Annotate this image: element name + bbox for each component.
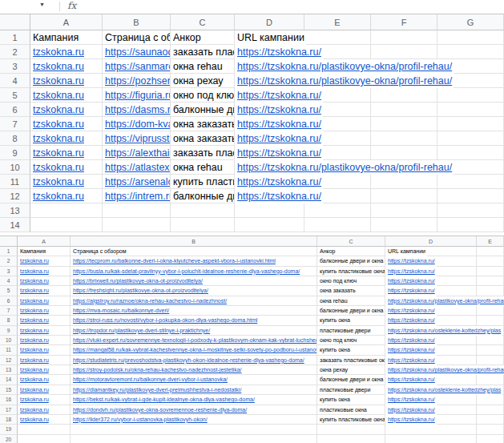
top-cell-A8[interactable]: tzskokna.ru xyxy=(30,131,103,146)
top-cell-B3[interactable]: https://sanmarco xyxy=(103,59,171,74)
top-cell-D9[interactable]: https://tzskokna.ru/ xyxy=(235,146,304,160)
bottom-cell-text-A8[interactable]: tzskokna.ru xyxy=(18,316,49,325)
bottom-cell-text-A17[interactable]: tzskokna.ru xyxy=(18,405,49,415)
bottom-cell-B15[interactable]: https://diamantkey.ru/plastikovye-dveri-… xyxy=(71,385,317,395)
top-cell-C7[interactable]: окна заказать xyxy=(171,117,235,131)
top-cell-C9[interactable]: заказать пластиковые окна xyxy=(171,146,235,160)
top-cell-text-D9[interactable]: https://tzskokna.ru/ xyxy=(235,146,323,160)
bottom-cell-C1[interactable]: Анкор xyxy=(317,247,385,256)
bottom-cell-B8[interactable]: https://stroi-russ.ru/novosti/vybor-i-po… xyxy=(71,316,317,325)
bottom-cell-A12[interactable]: tzskokna.ru xyxy=(18,356,71,365)
bottom-cell-B10[interactable]: https://vluki-expert.ru/sovremennye-texn… xyxy=(71,336,317,345)
bottom-cell-text-D6[interactable]: https://tzskokna.ru/plastikovye-okna/pro… xyxy=(385,296,504,306)
bottom-cell-A3[interactable]: tzskokna.ru xyxy=(18,267,71,276)
top-cell-text-B11[interactable]: https://arsenalcli xyxy=(103,175,171,189)
top-cell-B7[interactable]: https://dom-kvar xyxy=(103,117,171,131)
top-cell-A5[interactable]: tzskokna.ru xyxy=(30,88,103,103)
bottom-cell-B2[interactable]: https://tecprom.ru/balkonne-dveri-i-okna… xyxy=(71,256,317,266)
bottom-cell-C17[interactable]: пластиковые окна xyxy=(317,405,385,415)
top-cell-B9[interactable]: https://alexthaibo xyxy=(103,146,171,160)
top-cell-text-D8[interactable]: https://tzskokna.ru/ xyxy=(235,131,323,146)
bottom-cell-E8[interactable] xyxy=(477,316,504,325)
bottom-cell-text-B18[interactable]: https://lider372.ru/vybor-i-ustanovka-pl… xyxy=(71,415,208,425)
top-cell-E1[interactable] xyxy=(304,30,371,45)
top-cell-text-A7[interactable]: tzskokna.ru xyxy=(30,117,84,131)
bottom-cell-A10[interactable]: tzskokna.ru xyxy=(18,336,71,345)
bottom-cell-text-B17[interactable]: https://dondvh.ru/plastikovye-okna-sovre… xyxy=(71,405,247,415)
top-cell-text-D5[interactable]: https://tzskokna.ru/ xyxy=(235,88,323,103)
bottom-cell-text-A10[interactable]: tzskokna.ru xyxy=(18,336,49,345)
bottom-cell-B19[interactable] xyxy=(71,425,317,434)
bottom-row-header-1[interactable]: 1 xyxy=(0,247,18,256)
top-cell-A10[interactable]: tzskokna.ru xyxy=(30,160,103,175)
bottom-column-header-A[interactable]: A xyxy=(18,236,71,247)
top-cell-text-D2[interactable]: https://tzskokna.ru/ xyxy=(235,45,323,59)
top-row-header-8[interactable]: 8 xyxy=(0,131,30,146)
bottom-cell-B3[interactable]: https://busla.ru/kak-sdelat-pravilnyy-vy… xyxy=(71,267,317,276)
bottom-cell-A7[interactable]: tzskokna.ru xyxy=(18,306,71,316)
bottom-cell-E18[interactable] xyxy=(477,415,504,425)
bottom-cell-B16[interactable]: https://bekst.ru/kak-vybrat-i-gde-kupit-… xyxy=(71,395,317,405)
top-cell-C11[interactable]: купить пластиковые окна xyxy=(171,175,235,189)
top-row-header-10[interactable]: 10 xyxy=(0,160,30,175)
top-cell-B1[interactable]: Страница с обзором xyxy=(103,30,171,45)
bottom-cell-text-A13[interactable]: tzskokna.ru xyxy=(18,365,49,375)
bottom-row-header-8[interactable]: 8 xyxy=(0,316,18,325)
top-cell-C3[interactable]: окна rehau xyxy=(171,59,235,74)
top-cell-D14[interactable] xyxy=(235,218,304,232)
top-cell-F1[interactable] xyxy=(371,30,437,45)
bottom-cell-A2[interactable]: tzskokna.ru xyxy=(18,256,71,266)
bottom-cell-A19[interactable] xyxy=(18,425,71,434)
bottom-cell-E5[interactable] xyxy=(477,286,504,296)
bottom-cell-text-D17[interactable]: https://tzskokna.ru/ xyxy=(385,405,437,415)
top-cell-text-D7[interactable]: https://tzskokna.ru/ xyxy=(235,117,323,131)
bottom-cell-text-D8[interactable]: https://tzskokna.ru/ xyxy=(385,316,437,325)
top-cell-D5[interactable]: https://tzskokna.ru/ xyxy=(235,88,304,103)
bottom-cell-text-A9[interactable]: tzskokna.ru xyxy=(18,326,49,336)
bottom-cell-D8[interactable]: https://tzskokna.ru/ xyxy=(385,316,477,325)
top-cell-C10[interactable]: окна rehau xyxy=(171,160,235,175)
bottom-column-header-E[interactable]: E xyxy=(477,236,504,247)
bottom-cell-C5[interactable]: окна заказать xyxy=(317,286,385,296)
bottom-cell-C9[interactable]: пластиковые двери xyxy=(317,326,385,336)
bottom-cell-text-B14[interactable]: https://motoravtoremont.ru/balkonnye-dve… xyxy=(71,375,228,385)
bottom-row-header-4[interactable]: 4 xyxy=(0,276,18,286)
bottom-cell-D14[interactable]: https://tzskokna.ru/ xyxy=(385,375,477,385)
top-cell-text-A3[interactable]: tzskokna.ru xyxy=(30,59,84,74)
top-cell-D6[interactable]: https://tzskokna.ru/ xyxy=(235,103,304,117)
bottom-cell-B7[interactable]: https://mva-mosaic.ru/balkonnye-dveri/ xyxy=(71,306,317,316)
bottom-cell-C4[interactable]: окно под ключ xyxy=(317,276,385,286)
top-cell-C5[interactable]: окно под ключ xyxy=(171,88,235,103)
top-cell-F2[interactable] xyxy=(371,45,437,59)
bottom-cell-B11[interactable]: https://mangal58.ru/kak-vybrat-kachestve… xyxy=(71,345,317,355)
top-cell-C2[interactable]: заказать пластиковые окна xyxy=(171,45,235,59)
top-cell-A11[interactable]: tzskokna.ru xyxy=(30,175,103,189)
top-cell-F6[interactable] xyxy=(371,103,437,117)
top-cell-G1[interactable] xyxy=(437,30,504,45)
bottom-cell-B1[interactable]: Страница с обзором xyxy=(71,247,317,256)
top-cell-text-A6[interactable]: tzskokna.ru xyxy=(30,103,84,117)
bottom-cell-A18[interactable]: tzskokna.ru xyxy=(18,415,71,425)
top-cell-A3[interactable]: tzskokna.ru xyxy=(30,59,103,74)
bottom-cell-B14[interactable]: https://motoravtoremont.ru/balkonnye-dve… xyxy=(71,375,317,385)
bottom-cell-text-A6[interactable]: tzskokna.ru xyxy=(18,296,49,306)
top-cell-F7[interactable] xyxy=(371,117,437,131)
bottom-cell-B13[interactable]: https://stroy-podolsk.ru/okna-rehau-kach… xyxy=(71,365,317,375)
top-column-header-C[interactable]: C xyxy=(171,14,235,30)
bottom-cell-text-D13[interactable]: https://tzskokna.ru/plastikovye-okna/pro… xyxy=(385,365,504,375)
bottom-cell-B17[interactable]: https://dondvh.ru/plastikovye-okna-sovre… xyxy=(71,405,317,415)
top-cell-F14[interactable] xyxy=(371,218,437,232)
top-cell-C14[interactable] xyxy=(171,218,235,232)
top-cell-text-A11[interactable]: tzskokna.ru xyxy=(30,175,84,189)
top-cell-G11[interactable] xyxy=(437,175,504,189)
top-row-header-6[interactable]: 6 xyxy=(0,103,30,117)
top-cell-text-B12[interactable]: https://intrem.ru/ xyxy=(103,189,171,203)
bottom-cell-text-B9[interactable]: https://tropdor.ru/plastikovye-dveri-sti… xyxy=(71,326,210,336)
top-cell-A4[interactable]: tzskokna.ru xyxy=(30,74,103,88)
bottom-cell-A1[interactable]: Кампания xyxy=(18,247,71,256)
bottom-cell-text-B6[interactable]: https://algstroy.ru/raznoe/okna-rehau-ka… xyxy=(71,296,227,306)
bottom-cell-C6[interactable]: окна rehau xyxy=(317,296,385,306)
bottom-cell-A16[interactable]: tzskokna.ru xyxy=(18,395,71,405)
bottom-cell-A6[interactable]: tzskokna.ru xyxy=(18,296,71,306)
top-cell-E14[interactable] xyxy=(304,218,371,232)
